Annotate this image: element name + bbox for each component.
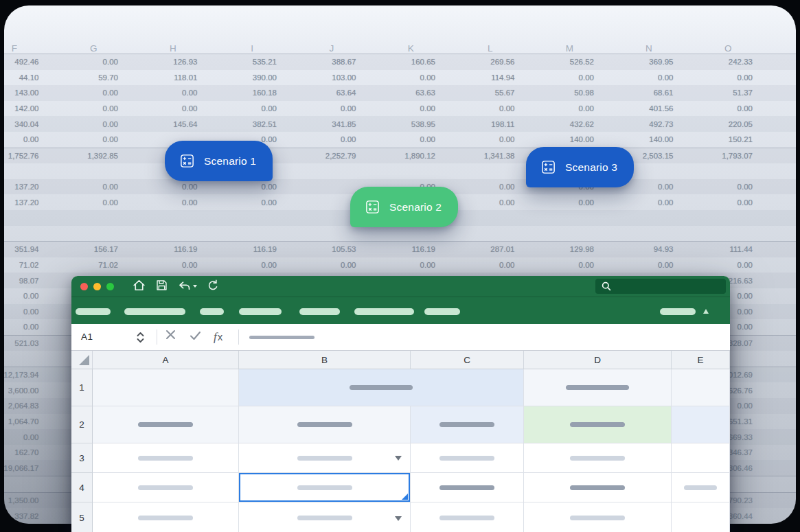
minimize-button[interactable] <box>93 283 101 290</box>
worksheet-cell[interactable] <box>524 369 672 406</box>
cell-content-placeholder <box>439 422 494 427</box>
search-icon <box>601 281 612 292</box>
cell-content-placeholder <box>297 456 352 461</box>
spreadsheet-window: A1 fx ABCDE12345 <box>71 276 730 532</box>
worksheet-cell[interactable] <box>239 502 411 532</box>
dropdown-caret-icon[interactable] <box>395 456 402 461</box>
column-header-D[interactable]: D <box>524 351 672 369</box>
cell-content-placeholder <box>439 485 494 490</box>
ribbon-tab-placeholder[interactable] <box>354 308 414 315</box>
cell-content-placeholder <box>566 385 629 390</box>
worksheet-cell[interactable] <box>524 443 672 473</box>
name-box-stepper[interactable] <box>135 331 146 347</box>
row-header-5[interactable]: 5 <box>71 502 93 532</box>
cell-content-placeholder <box>570 422 625 427</box>
worksheet-cell[interactable] <box>93 406 239 443</box>
ribbon-tab-placeholder[interactable] <box>124 308 185 315</box>
worksheet-cell[interactable] <box>524 406 672 443</box>
worksheet-cell[interactable] <box>411 406 524 443</box>
scenario-1-button[interactable]: Scenario 1 <box>165 141 273 181</box>
select-all-corner[interactable] <box>71 351 93 369</box>
formula-bar: A1 fx <box>71 324 730 351</box>
cancel-icon[interactable] <box>165 329 176 343</box>
cell-content-placeholder <box>439 516 494 520</box>
worksheet-cell[interactable] <box>672 502 730 532</box>
undo-dropdown-caret[interactable] <box>193 285 197 288</box>
worksheet-cell[interactable] <box>524 502 672 532</box>
worksheet-cell[interactable] <box>239 406 411 443</box>
ribbon-tab-placeholder[interactable] <box>424 308 460 315</box>
cell-content-placeholder <box>570 456 625 461</box>
row-header-2[interactable]: 2 <box>71 406 93 443</box>
dropdown-caret-icon[interactable] <box>395 516 402 521</box>
undo-icon[interactable] <box>177 281 197 292</box>
worksheet-cell[interactable] <box>672 443 730 473</box>
cell-corner-marker <box>402 494 408 500</box>
scenario-2-button[interactable]: Scenario 2 <box>350 187 458 227</box>
ribbon-tab-placeholder[interactable] <box>200 308 224 315</box>
calculator-grid-icon <box>540 159 556 175</box>
cell-content-placeholder <box>570 516 625 520</box>
divider <box>238 329 239 345</box>
cell-content-placeholder <box>439 456 494 461</box>
worksheet-cell[interactable] <box>672 473 730 502</box>
row-header-3[interactable]: 3 <box>71 443 93 473</box>
ribbon-toolbar <box>71 297 730 324</box>
worksheet-cell[interactable] <box>239 443 411 473</box>
window-titlebar <box>71 276 730 297</box>
worksheet-cell[interactable] <box>672 406 730 443</box>
divider <box>157 329 157 345</box>
worksheet-cell[interactable] <box>411 502 524 532</box>
worksheet-cell[interactable] <box>672 369 730 406</box>
worksheet-cell[interactable] <box>239 473 411 502</box>
scenario-1-label: Scenario 1 <box>204 155 256 167</box>
cell-content-placeholder <box>138 485 193 490</box>
search-input[interactable] <box>595 279 726 294</box>
cell-content-placeholder <box>297 422 352 427</box>
worksheet-cell[interactable] <box>239 369 524 406</box>
cell-content-placeholder <box>684 485 717 490</box>
worksheet-cell[interactable] <box>93 473 239 502</box>
cell-content-placeholder <box>297 516 352 520</box>
worksheet-cell[interactable] <box>93 369 239 406</box>
cell-content-placeholder <box>138 456 193 461</box>
formula-input-placeholder[interactable] <box>249 336 315 339</box>
device-frame: FGHIJKLMNO492.460.00126.93535.21388.6716… <box>0 0 800 532</box>
worksheet-cell[interactable] <box>93 502 239 532</box>
column-header-E[interactable]: E <box>672 351 730 369</box>
calculator-grid-icon <box>365 199 380 215</box>
select-all-triangle-icon <box>79 355 89 365</box>
cell-content-placeholder <box>350 385 413 390</box>
name-box[interactable]: A1 <box>81 332 93 342</box>
home-icon[interactable] <box>132 278 146 295</box>
ribbon-tab-placeholder[interactable] <box>660 308 696 315</box>
worksheet-cell[interactable] <box>93 443 239 473</box>
scenario-2-label: Scenario 2 <box>389 201 442 213</box>
function-wizard-icon[interactable]: fx <box>214 330 222 344</box>
row-header-4[interactable]: 4 <box>71 473 93 502</box>
accept-icon[interactable] <box>190 331 201 343</box>
collapse-ribbon-caret[interactable] <box>703 309 709 314</box>
redo-refresh-icon[interactable] <box>206 279 219 294</box>
ribbon-tab-placeholder[interactable] <box>299 308 340 315</box>
cell-content-placeholder <box>297 485 352 490</box>
maximize-button[interactable] <box>106 283 114 290</box>
scenario-3-button[interactable]: Scenario 3 <box>526 147 634 187</box>
cell-content-placeholder <box>570 485 625 490</box>
cell-content-placeholder <box>138 516 193 520</box>
ribbon-tab-placeholder[interactable] <box>239 308 282 315</box>
ribbon-tab-placeholder[interactable] <box>76 308 111 315</box>
column-header-B[interactable]: B <box>239 351 411 369</box>
worksheet-grid: ABCDE12345 <box>71 351 730 532</box>
worksheet-cell[interactable] <box>524 473 672 502</box>
scenario-3-label: Scenario 3 <box>565 161 617 174</box>
column-header-C[interactable]: C <box>411 351 524 369</box>
traffic-lights <box>80 283 114 290</box>
column-header-A[interactable]: A <box>93 351 239 369</box>
row-header-1[interactable]: 1 <box>71 369 93 406</box>
calculator-grid-icon <box>179 153 195 169</box>
save-icon[interactable] <box>155 279 168 294</box>
worksheet-cell[interactable] <box>411 443 524 473</box>
worksheet-cell[interactable] <box>411 473 524 502</box>
close-button[interactable] <box>80 283 88 290</box>
